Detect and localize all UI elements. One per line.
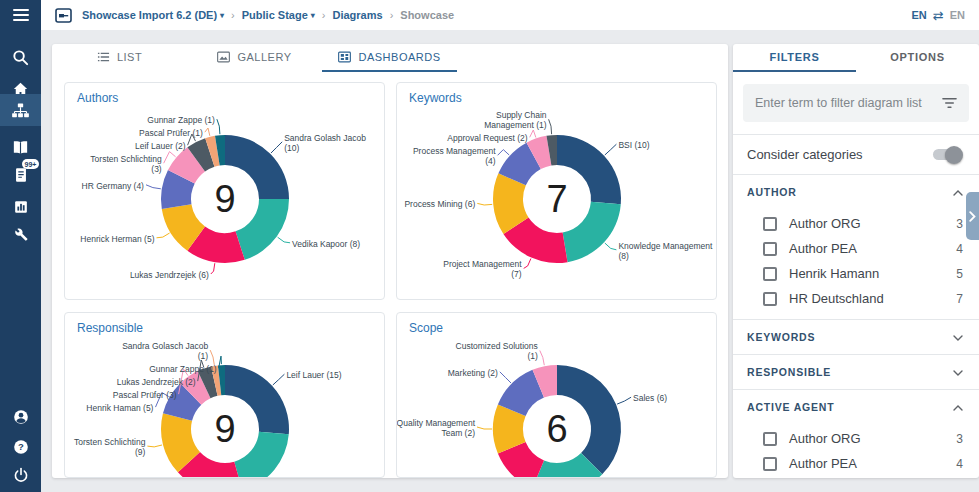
label-leader-line (530, 130, 536, 138)
language-switch: EN ⇄ EN (912, 8, 965, 23)
hamburger-menu-button[interactable] (0, 0, 41, 30)
sidebar-item-reports-chart[interactable] (0, 192, 41, 222)
slice-label: Process Mining (6) (404, 199, 475, 209)
tab-label: LIST (117, 51, 142, 63)
reports-chart-icon (11, 197, 31, 217)
slice-label: Approval Request (2) (447, 133, 527, 143)
chevron-right-icon (969, 211, 976, 222)
sidebar-item-diagrams-tree[interactable] (0, 94, 41, 126)
checkbox[interactable] (763, 267, 777, 281)
donut-center-value: 9 (214, 408, 235, 450)
label-leader-line (211, 263, 215, 274)
tab-gallery[interactable]: GALLERY (187, 44, 322, 72)
filter-search-input[interactable] (755, 96, 934, 110)
filter-section-responsible: RESPONSIBLE (733, 354, 979, 389)
label-leader-line (210, 350, 214, 365)
slice-label: Pascal Prüfer (3) (113, 390, 177, 400)
sidebar-item-administration-wrench[interactable] (0, 220, 41, 250)
donut-slice[interactable] (234, 432, 289, 478)
tab-filters[interactable]: FILTERS (733, 44, 856, 72)
consider-categories-toggle[interactable] (933, 149, 961, 160)
section-header[interactable]: AUTHOR (733, 175, 979, 209)
chevron-up-icon (953, 186, 963, 198)
section-title: ACTIVE AGENT (747, 401, 834, 413)
tab-list[interactable]: LIST (52, 44, 187, 72)
breadcrumb-separator: › (390, 9, 394, 21)
section-title: RESPONSIBLE (747, 366, 831, 378)
sidebar-item-tasks-list[interactable]: 99+ (0, 160, 41, 190)
sidebar-item-user-account[interactable] (0, 402, 41, 432)
chevron-down-icon (953, 366, 963, 378)
donut-slice[interactable] (236, 199, 289, 260)
label-leader-line (477, 203, 492, 205)
checkbox[interactable] (763, 217, 777, 231)
filter-item: Author ORG3 (733, 211, 979, 236)
slice-label: Knowledge Management(8) (618, 241, 713, 261)
section-title: AUTHOR (747, 186, 797, 198)
chevron-down-icon (953, 331, 963, 343)
slice-label: Customized Solutions(1) (456, 341, 538, 361)
chart-card-authors: AuthorsSandra Golash Jacob(10)Vedika Kap… (64, 82, 385, 300)
breadcrumb-item[interactable]: Public Stage▾ (242, 9, 315, 21)
breadcrumb-separator: › (231, 9, 235, 21)
label-leader-line (549, 119, 552, 134)
main-panel: LISTGALLERYDASHBOARDS AuthorsSandra Gola… (52, 44, 728, 478)
breadcrumb-item[interactable]: Showcase Import 6.2 (DE)▾ (82, 9, 224, 21)
consider-categories-row: Consider categories (733, 134, 979, 174)
donut-slice[interactable] (563, 202, 621, 262)
label-leader-line (278, 237, 291, 243)
donut-chart: Sales (6)Quality ManagementTeam (2)Marke… (397, 337, 716, 478)
dashboard-icon (338, 51, 351, 63)
filter-item: Author ORG3 (733, 426, 979, 451)
filter-item-label: Author ORG (789, 216, 944, 231)
filter-item-label: Author PEA (789, 456, 944, 471)
search-icon (11, 47, 31, 67)
section-header[interactable]: KEYWORDS (733, 320, 979, 354)
breadcrumb-item[interactable]: Diagrams (333, 9, 383, 21)
filter-item-label: Author PEA (789, 241, 944, 256)
donut-chart: BSI (10)Knowledge Management(8)Project M… (397, 107, 716, 299)
swap-language-icon[interactable]: ⇄ (933, 8, 944, 23)
checkbox[interactable] (763, 242, 777, 256)
donut-center-value: 7 (546, 178, 567, 220)
label-leader-line (205, 128, 210, 136)
sidebar-item-help[interactable]: ? (0, 432, 41, 462)
section-header[interactable]: ACTIVE AGENT (733, 390, 979, 424)
label-leader-line (500, 372, 511, 383)
svg-text:?: ? (18, 441, 24, 452)
tab-label: GALLERY (237, 51, 291, 63)
slice-label: Quality ManagementTeam (2) (397, 418, 476, 438)
label-leader-line (617, 397, 631, 404)
slice-label: Sandra Golasch Jacob(1) (122, 341, 208, 361)
filters-panel: FILTERSOPTIONS Consider categories AUTHO… (733, 44, 979, 478)
hamburger-bar (13, 14, 29, 16)
chart-title: Responsible (77, 321, 143, 335)
slice-label: Marketing (2) (448, 368, 498, 378)
slice-label: Torsten Schlichting(9) (74, 437, 146, 457)
filters-panel-tab-bar: FILTERSOPTIONS (733, 44, 979, 72)
language-primary[interactable]: EN (912, 9, 927, 21)
checkbox[interactable] (763, 432, 777, 446)
language-secondary[interactable]: EN (950, 9, 965, 21)
sidebar: 99+? (0, 30, 41, 492)
filter-item-count: 3 (956, 217, 963, 231)
chevron-down-icon: ▾ (311, 11, 315, 20)
donut-chart: Leif Lauer (15)Torsten Schlichting(9)Hen… (65, 337, 384, 478)
label-leader-line (524, 259, 531, 269)
tab-options[interactable]: OPTIONS (856, 44, 979, 72)
label-leader-line (605, 243, 617, 250)
sidebar-item-catalog-book[interactable] (0, 132, 41, 162)
checkbox[interactable] (763, 292, 777, 306)
label-leader-line (477, 427, 492, 429)
panel-expand-handle[interactable] (966, 192, 979, 240)
filter-list-icon[interactable] (942, 97, 957, 109)
checkbox[interactable] (763, 457, 777, 471)
section-header[interactable]: RESPONSIBLE (733, 355, 979, 389)
sidebar-item-logout-power[interactable] (0, 460, 41, 490)
tab-dashboards[interactable]: DASHBOARDS (322, 44, 457, 72)
filter-section-keywords: KEYWORDS (733, 319, 979, 354)
sidebar-item-search[interactable] (0, 42, 41, 72)
slice-label: Lukas Jendrzejek (6) (130, 270, 209, 280)
breadcrumb: Showcase Import 6.2 (DE)▾›Public Stage▾›… (82, 9, 902, 21)
filter-item-label: Henrik Hamann (789, 266, 944, 281)
